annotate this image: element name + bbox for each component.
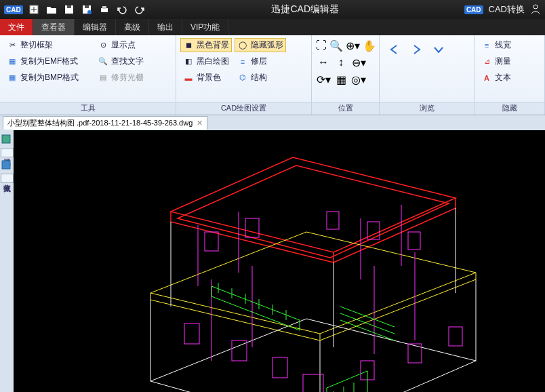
zoom-in-icon[interactable]: ⊕▾: [346, 38, 360, 53]
forward-icon[interactable]: [409, 42, 424, 57]
item-label: 隐藏弧形: [251, 39, 283, 51]
side-tab-properties[interactable]: 属性: [1, 148, 14, 157]
bw-icon: ◧: [183, 56, 194, 67]
item-label: 背景色: [197, 72, 221, 83]
item-label: 文本: [495, 72, 511, 83]
undo-icon[interactable]: [115, 3, 129, 16]
print-icon[interactable]: [98, 3, 111, 16]
svg-rect-13: [205, 232, 218, 251]
group-label: 位置: [312, 102, 379, 115]
emf-icon: ▦: [7, 56, 18, 67]
structure-button[interactable]: ⌬结构: [235, 71, 286, 85]
app-title: 迅捷CAD编辑器: [146, 3, 464, 16]
item-label: 复制为BMP格式: [20, 72, 79, 83]
crop-icon: ✂: [7, 40, 18, 51]
rotate-icon[interactable]: ⟳▾: [316, 72, 331, 87]
menu-bar: 文件 查看器 编辑器 高级 输出 VIP功能: [0, 19, 545, 35]
item-label: 结构: [251, 72, 267, 83]
ribbon-group-tools: ✂整切框架 ▦复制为EMF格式 ▦复制为BMP格式 ⊙显示点 🔍查找文字 ▤修剪…: [0, 35, 176, 115]
show-points-button[interactable]: ⊙显示点: [95, 38, 146, 52]
find-text-button[interactable]: 🔍查找文字: [95, 54, 146, 68]
layers-button[interactable]: ≡修层: [235, 54, 286, 68]
svg-rect-4: [67, 5, 71, 8]
tab-viewer[interactable]: 查看器: [33, 19, 75, 35]
document-tab[interactable]: 小型别墅整体结构图 .pdf-2018-11-21-18-45-39-263.d…: [3, 116, 207, 130]
svg-rect-15: [327, 212, 339, 229]
svg-rect-14: [245, 218, 259, 237]
fit-width-icon[interactable]: ↔: [316, 55, 331, 70]
back-icon[interactable]: [388, 42, 403, 57]
side-panel: 属性 收藏夹: [0, 130, 14, 392]
ribbon-group-view: 浏览: [380, 35, 475, 115]
ribbon-group-hide: ≡线宽 ⊿测量 A文本 隐藏: [475, 35, 545, 115]
cad-drawing: [14, 130, 545, 392]
open-folder-icon[interactable]: [45, 3, 58, 16]
svg-rect-6: [85, 5, 89, 8]
item-label: 黑色背景: [197, 39, 229, 51]
workspace: 属性 收藏夹: [0, 130, 545, 392]
svg-rect-23: [449, 327, 462, 346]
pan-icon[interactable]: ✋: [363, 38, 376, 53]
hide-arc-button[interactable]: ◯隐藏弧形: [235, 38, 286, 52]
tab-editor[interactable]: 编辑器: [75, 19, 116, 35]
group-label: CAD绘图设置: [176, 102, 311, 115]
fit-height-icon[interactable]: ↕: [334, 55, 348, 70]
item-label: 显示点: [111, 39, 136, 51]
zoom-out-icon[interactable]: ⊖▾: [351, 55, 366, 70]
crop-frame-button[interactable]: ✂整切框架: [4, 38, 92, 52]
save-as-icon[interactable]: [80, 3, 94, 16]
bw-draw-button[interactable]: ◧黑白绘图: [180, 54, 232, 68]
item-label: 测量: [495, 56, 511, 67]
save-icon[interactable]: [62, 3, 76, 16]
quick-access-toolbar: CAD: [4, 3, 146, 16]
cad-badge-icon: CAD: [464, 5, 483, 14]
down-icon[interactable]: [431, 42, 446, 57]
tab-advanced[interactable]: 高级: [116, 19, 149, 35]
title-bar: CAD 迅捷CAD编辑器 CAD CAD转换: [0, 0, 545, 19]
close-tab-icon[interactable]: ✕: [197, 119, 203, 128]
svg-rect-17: [408, 232, 420, 250]
line-icon: ≡: [481, 40, 492, 51]
copy-emf-button[interactable]: ▦复制为EMF格式: [4, 54, 92, 68]
copy-bmp-button[interactable]: ▦复制为BMP格式: [4, 71, 92, 85]
zoom-extents-icon[interactable]: ⛶: [316, 38, 327, 53]
svg-rect-18: [184, 324, 199, 344]
svg-point-10: [533, 5, 538, 9]
item-label: 整切框架: [20, 39, 53, 51]
new-file-icon[interactable]: [27, 3, 41, 16]
arc-icon: ◯: [237, 40, 248, 51]
group-label: 工具: [0, 102, 176, 115]
linewidth-button[interactable]: ≡线宽: [479, 38, 540, 52]
measure-button[interactable]: ⊿测量: [479, 54, 540, 68]
zoom-fit-icon[interactable]: ◎▾: [351, 72, 366, 87]
svg-point-7: [87, 10, 92, 14]
properties-icon[interactable]: [1, 134, 12, 145]
tab-file[interactable]: 文件: [0, 19, 33, 35]
text-icon: A: [481, 73, 492, 83]
document-tab-bar: 小型别墅整体结构图 .pdf-2018-11-21-18-45-39-263.d…: [0, 115, 545, 130]
title-right: CAD CAD转换: [464, 3, 541, 16]
svg-rect-12: [2, 161, 10, 169]
trim-raster-button: ▤修剪光栅: [95, 71, 146, 85]
tab-vip[interactable]: VIP功能: [182, 19, 228, 35]
item-label: 修剪光栅: [111, 72, 144, 83]
side-tab-favorites[interactable]: 收藏夹: [1, 174, 14, 183]
drawing-canvas[interactable]: [14, 130, 545, 392]
favorites-icon[interactable]: [1, 160, 12, 171]
layer-icon: ≡: [237, 56, 248, 67]
ribbon-group-cad: ◼黑色背景 ◧黑白绘图 ▬背景色 ◯隐藏弧形 ≡修层 ⌬结构 CAD绘图设置: [176, 35, 312, 115]
grid-icon[interactable]: ▦: [334, 72, 348, 87]
document-tab-label: 小型别墅整体结构图 .pdf-2018-11-21-18-45-39-263.d…: [7, 118, 193, 128]
tab-output[interactable]: 输出: [149, 19, 182, 35]
measure-icon: ⊿: [481, 56, 492, 67]
item-label: 修层: [251, 56, 267, 67]
text-button[interactable]: A文本: [479, 71, 540, 85]
redo-icon[interactable]: [133, 3, 146, 16]
bmp-icon: ▦: [7, 73, 18, 83]
structure-icon: ⌬: [237, 73, 248, 83]
cad-convert-link[interactable]: CAD转换: [489, 3, 525, 16]
black-bg-button[interactable]: ◼黑色背景: [180, 38, 232, 52]
bg-color-button[interactable]: ▬背景色: [180, 71, 232, 85]
zoom-window-icon[interactable]: 🔍: [329, 38, 343, 53]
user-icon[interactable]: [530, 3, 541, 16]
